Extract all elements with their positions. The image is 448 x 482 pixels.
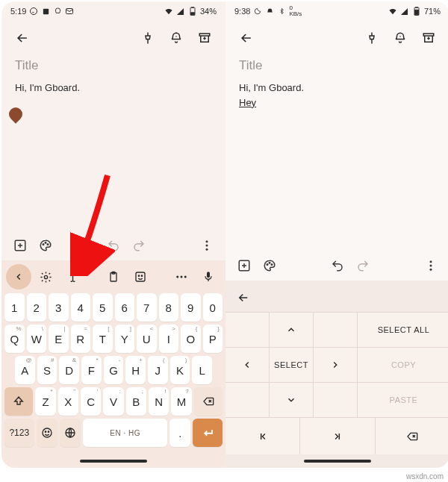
key-x[interactable]: "X <box>58 387 78 416</box>
key-9[interactable]: 9 <box>181 293 201 322</box>
archive-button[interactable] <box>193 26 217 50</box>
key-m[interactable]: ?M <box>171 387 191 416</box>
note-body[interactable]: Hi, I'm Gboard. Hey <box>239 81 436 110</box>
nav-pill-icon[interactable] <box>304 460 371 463</box>
key-4[interactable]: 4 <box>71 293 91 322</box>
key-1[interactable]: 1 <box>4 293 25 322</box>
svg-point-19 <box>138 275 139 276</box>
key-a[interactable]: @A <box>15 356 35 384</box>
pin-button[interactable] <box>360 26 384 50</box>
reminder-button[interactable] <box>388 26 412 50</box>
archive-button[interactable] <box>417 26 441 50</box>
add-box-button[interactable] <box>233 254 255 277</box>
cursor-end-button[interactable] <box>300 418 374 454</box>
nav-bar[interactable] <box>1 454 225 468</box>
key-o[interactable]: {O <box>181 325 201 353</box>
key-t[interactable]: [T <box>93 325 113 353</box>
back-button[interactable] <box>10 26 34 50</box>
key-shift[interactable] <box>4 387 33 416</box>
cursor-right-button[interactable] <box>314 348 357 382</box>
key-enter[interactable] <box>193 419 223 447</box>
bluetooth-icon <box>277 7 286 16</box>
key-e[interactable]: |E <box>49 325 69 353</box>
key-r[interactable]: =R <box>71 325 91 353</box>
kb-clipboard-button[interactable] <box>101 264 126 289</box>
undo-button[interactable] <box>326 254 349 277</box>
key-space[interactable]: EN · HG <box>83 419 167 447</box>
nav-pill-icon[interactable] <box>80 460 147 463</box>
svg-rect-18 <box>136 272 145 281</box>
key-l[interactable]: L <box>192 356 212 384</box>
title-placeholder[interactable]: Title <box>15 58 212 73</box>
kb-mic-button[interactable] <box>196 264 221 289</box>
key-emoji[interactable] <box>37 419 57 447</box>
key-language[interactable] <box>60 419 81 447</box>
paste-button[interactable]: PASTE <box>358 383 448 417</box>
palette-button[interactable] <box>34 234 57 257</box>
add-box-button[interactable] <box>9 234 31 257</box>
redo-button[interactable] <box>128 234 150 257</box>
overflow-button[interactable] <box>196 234 218 257</box>
key-q[interactable]: %Q <box>4 325 25 353</box>
overflow-button[interactable] <box>420 254 442 277</box>
notification-square-icon <box>41 7 50 16</box>
key-g[interactable]: -G <box>104 356 124 384</box>
key-7[interactable]: 7 <box>137 293 157 322</box>
svg-rect-30 <box>416 7 417 7</box>
kb-sticker-button[interactable] <box>128 264 153 289</box>
cursor-down-button[interactable] <box>270 383 313 417</box>
kb-settings-button[interactable] <box>33 264 58 289</box>
key-u[interactable]: <U <box>137 325 157 353</box>
select-button[interactable]: SELECT <box>270 348 313 382</box>
cursor-home-button[interactable] <box>225 418 299 454</box>
key-d[interactable]: &D <box>59 356 79 384</box>
ccp-backspace-button[interactable] <box>376 418 448 454</box>
kb-cursor-control-button[interactable] <box>60 264 85 289</box>
key-n[interactable]: !N <box>149 387 169 416</box>
ccp-back-button[interactable] <box>233 287 254 308</box>
copy-button[interactable]: COPY <box>358 348 448 382</box>
key-5[interactable]: 5 <box>93 293 113 322</box>
key-3[interactable]: 3 <box>49 293 69 322</box>
key-2[interactable]: 2 <box>27 293 47 322</box>
svg-point-14 <box>206 248 208 251</box>
cursor-up-button[interactable] <box>270 313 313 347</box>
key-s[interactable]: #S <box>37 356 57 384</box>
key-symbols[interactable]: ?123 <box>4 419 34 447</box>
cursor-left-button[interactable] <box>225 348 269 382</box>
reminder-button[interactable] <box>164 26 188 50</box>
key-k[interactable]: )K <box>170 356 190 384</box>
key-0[interactable]: 0 <box>203 293 223 322</box>
key-z[interactable]: *Z <box>35 387 55 416</box>
key-i[interactable]: >I <box>159 325 179 353</box>
undo-button[interactable] <box>102 234 125 257</box>
key-j[interactable]: (J <box>148 356 168 384</box>
title-placeholder[interactable]: Title <box>239 58 436 73</box>
kb-collapse-button[interactable] <box>6 264 31 289</box>
key-y[interactable]: ]Y <box>115 325 135 353</box>
key-w[interactable]: \W <box>27 325 47 353</box>
text-cursor-handle[interactable] <box>6 104 25 123</box>
key-backspace[interactable] <box>194 387 223 416</box>
kb-more-button[interactable] <box>169 264 194 289</box>
note-body[interactable]: Hi, I'm Gboard. <box>15 81 212 96</box>
key-f[interactable]: *F <box>81 356 102 384</box>
key-6[interactable]: 6 <box>115 293 135 322</box>
key-c[interactable]: 'C <box>81 387 101 416</box>
redo-button[interactable] <box>352 254 374 277</box>
palette-button[interactable] <box>258 254 281 277</box>
mail-icon <box>65 7 74 16</box>
select-all-button[interactable]: SELECT ALL <box>358 313 448 347</box>
key-h[interactable]: +H <box>125 356 146 384</box>
note-content[interactable]: Title Hi, I'm Gboard. Hey <box>225 55 448 251</box>
note-content[interactable]: Title Hi, I'm Gboard. <box>1 55 225 231</box>
svg-point-36 <box>269 263 270 264</box>
key-b[interactable]: ;B <box>126 387 146 416</box>
back-button[interactable] <box>234 26 258 50</box>
key-p[interactable]: }P <box>203 325 223 353</box>
pin-button[interactable] <box>136 26 160 50</box>
nav-bar[interactable] <box>225 454 448 468</box>
key-period[interactable]: . <box>169 419 190 447</box>
key-8[interactable]: 8 <box>159 293 179 322</box>
key-v[interactable]: :V <box>103 387 123 416</box>
